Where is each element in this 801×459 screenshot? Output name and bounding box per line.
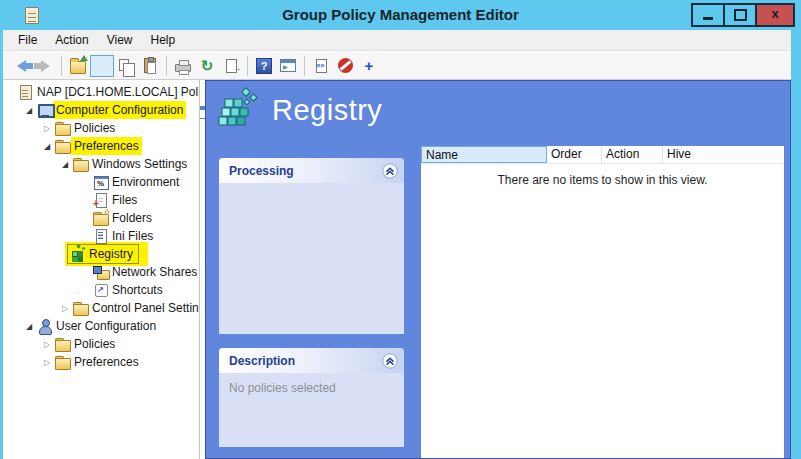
maximize-icon [725,5,755,25]
column-header-order[interactable]: Order [547,146,602,163]
close-button[interactable] [755,3,795,27]
collapse-chevron-icon[interactable] [382,353,398,369]
environment-icon [93,174,109,190]
toolbar: ↻ ? + [3,52,791,80]
tree-item-preferences-computer[interactable]: Preferences [3,137,199,155]
paste-icon[interactable] [138,55,162,77]
processing-panel: Processing [219,158,404,334]
print-icon[interactable] [171,55,195,77]
tree-item-user-configuration[interactable]: User Configuration [3,317,199,335]
registry-items-list: Name Order Action Hive There are no item… [421,146,784,458]
copy-icon[interactable] [114,55,138,77]
computer-icon [37,102,53,118]
help-icon[interactable]: ? [252,55,276,77]
description-panel-title: Description [229,354,382,368]
tree-item-control-panel-settings[interactable]: Control Panel Settings [3,299,199,317]
back-icon[interactable] [9,55,33,77]
up-one-level-icon[interactable] [66,55,90,77]
page-title: Registry [272,94,382,127]
menu-file[interactable]: File [9,31,46,49]
forward-icon[interactable] [33,55,57,77]
collapse-chevron-icon[interactable] [382,163,398,179]
processing-panel-title: Processing [229,164,382,178]
user-icon [37,318,53,334]
tree-item-environment[interactable]: Environment [3,173,199,191]
description-panel: Description No policies selected [219,348,404,447]
processing-panel-body [219,183,404,199]
tree-item-policies-user[interactable]: Policies [3,335,199,353]
tree-item-policies-computer[interactable]: Policies [3,119,199,137]
export-list-icon[interactable] [219,55,243,77]
list-header-row: Name Order Action Hive [421,146,784,164]
toolbar-separator [304,56,305,76]
show-console-tree-icon[interactable] [90,55,114,77]
expander-closed-icon[interactable] [39,118,55,138]
menu-bar: File Action View Help [3,30,791,51]
expander-open-icon[interactable] [39,136,55,156]
refresh-icon[interactable]: ↻ [195,55,219,77]
group-policy-editor-window: Group Policy Management Editor File Acti… [0,0,801,459]
maximize-button[interactable] [723,3,757,27]
tree-item-label: Preferences [71,353,142,371]
toolbar-separator [166,56,167,76]
expander-closed-icon[interactable] [39,334,55,354]
shortcuts-icon [93,282,109,298]
folder-icon [55,354,71,370]
tree-item-root-policy[interactable]: NAP [DC1.HOME.LOCAL] Policy [3,83,199,101]
menu-help[interactable]: Help [142,31,185,49]
policy-scroll-icon [18,84,34,100]
tree-item-preferences-user[interactable]: Preferences [3,353,199,371]
tree-item-label: Shortcuts [109,281,166,299]
tree-item-label: Computer Configuration [53,101,186,119]
tree-item-label: Folders [109,209,155,227]
tree-item-label: User Configuration [53,317,159,335]
document-arrows-icon[interactable] [309,55,333,77]
title-bar: Group Policy Management Editor [0,0,801,30]
column-header-name[interactable]: Name [421,146,547,163]
expander-open-icon[interactable] [21,100,37,120]
minimize-icon [693,5,723,25]
ini-files-icon [93,228,109,244]
column-header-hive[interactable]: Hive [663,146,784,163]
control-panel-folder-icon [73,300,89,316]
minimize-button[interactable] [691,3,725,27]
tree-item-label: Registry [86,245,136,263]
tree-item-ini-files[interactable]: Ini Files [3,227,199,245]
results-pane: Registry Processing Description [205,80,791,459]
add-icon[interactable]: + [357,55,381,77]
registry-icon [70,246,86,262]
menu-view[interactable]: View [98,31,142,49]
network-shares-icon [93,264,109,280]
tree-item-files[interactable]: Files [3,191,199,209]
tree-item-network-shares[interactable]: Network Shares [3,263,199,281]
toolbar-separator [61,56,62,76]
description-panel-body: No policies selected [219,373,404,403]
tree-item-shortcuts[interactable]: Shortcuts [3,281,199,299]
files-icon [93,192,109,208]
tree-item-label: Control Panel Settings [89,299,200,317]
tree-item-label: Policies [71,335,118,353]
tree-item-computer-configuration[interactable]: Computer Configuration [3,101,199,119]
tree-item-registry[interactable]: Registry [3,245,199,263]
folder-icon [55,336,71,352]
tree-item-label: Policies [71,119,118,137]
expander-open-icon[interactable] [57,154,73,174]
show-action-pane-icon[interactable] [276,55,300,77]
tree-item-label: Network Shares [109,263,200,281]
tree-item-label: NAP [DC1.HOME.LOCAL] Policy [34,83,200,101]
expander-closed-icon[interactable] [39,352,55,372]
registry-large-icon [216,87,258,133]
window-chrome: File Action View Help ↻ ? + [3,30,791,459]
tree-item-label: Preferences [71,137,142,155]
expander-open-icon[interactable] [21,316,37,336]
folders-icon [93,210,109,226]
disable-icon[interactable] [333,55,357,77]
tree-item-windows-settings[interactable]: Windows Settings [3,155,199,173]
toolbar-separator [247,56,248,76]
menu-action[interactable]: Action [46,31,97,49]
tree-item-label: Environment [109,173,182,191]
column-header-action[interactable]: Action [602,146,663,163]
expander-closed-icon[interactable] [57,298,73,318]
tree-item-folders[interactable]: Folders [3,209,199,227]
window-title: Group Policy Management Editor [0,6,801,23]
